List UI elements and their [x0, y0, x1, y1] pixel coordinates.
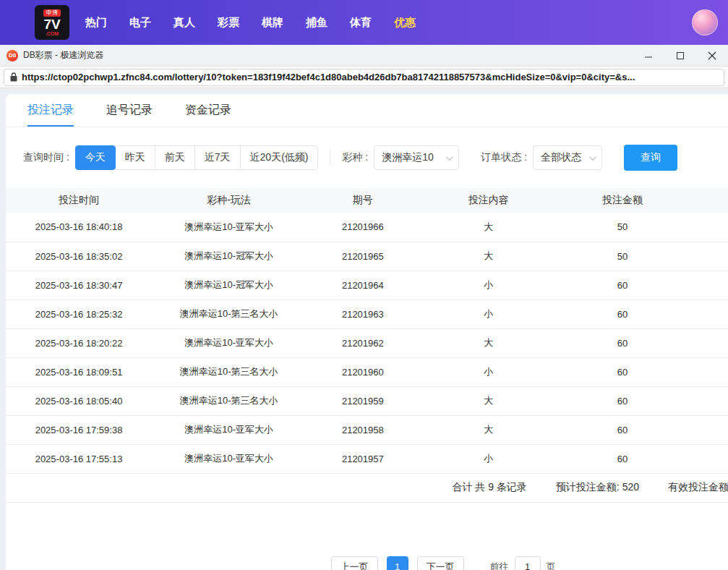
close-icon[interactable] [696, 45, 728, 66]
summary-valid-amount: 有效投注金额 [668, 481, 728, 494]
cell-content: 大 [419, 242, 557, 271]
page-background: 投注记录 追号记录 资金记录 查询时间 : 今天昨天前天近7天近20天(低频) … [0, 88, 728, 570]
lottery-select-value: 澳洲幸运10 [382, 151, 434, 164]
nav-item-4[interactable]: 棋牌 [262, 16, 283, 30]
status-select-value: 全部状态 [541, 151, 581, 164]
cell-status: 已中奖 [688, 415, 728, 444]
cell-game: 澳洲幸运10-亚军大小 [152, 328, 306, 357]
column-header-1: 彩种-玩法 [152, 188, 306, 213]
table-row: 2025-03-16 18:25:32澳洲幸运10-第三名大小21201963小… [6, 299, 728, 328]
time-filter-button-0[interactable]: 今天 [75, 145, 116, 170]
logo-suffix: .COM [46, 31, 59, 36]
cell-status: 已中奖 [688, 242, 728, 271]
time-filter-button-2[interactable]: 前天 [155, 145, 195, 170]
cell-status: 未中奖 [688, 444, 728, 473]
site-logo[interactable]: 申博 7V .COM [35, 5, 69, 40]
table-row: 2025-03-16 18:09:51澳洲幸运10-第三名大小21201960小… [6, 357, 728, 386]
goto-label: 前往 [490, 561, 509, 570]
window-controls [633, 45, 728, 66]
cell-time: 2025-03-16 17:55:13 [6, 444, 152, 473]
goto-page-input[interactable] [515, 556, 541, 570]
time-filter-group: 今天昨天前天近7天近20天(低频) [75, 145, 319, 170]
cell-issue: 21201960 [306, 357, 419, 386]
table-row: 2025-03-16 18:20:22澳洲幸运10-亚军大小21201962大6… [6, 328, 728, 357]
tab-fund-records[interactable]: 资金记录 [185, 94, 231, 127]
status-filter-label: 订单状态 : [481, 151, 527, 164]
chevron-down-icon [446, 153, 453, 161]
pagination: 上一页 1 下一页 前往 页 [46, 556, 728, 570]
goto-page-group: 前往 页 [490, 556, 556, 570]
cell-issue: 21201962 [306, 328, 419, 357]
column-header-5: 状态 [688, 188, 728, 213]
cell-status: 已中奖 [688, 271, 728, 299]
cell-time: 2025-03-16 18:09:51 [6, 357, 152, 386]
cell-issue: 21201957 [306, 444, 419, 473]
nav-item-0[interactable]: 热门 [85, 16, 107, 30]
cell-game: 澳洲幸运10-第三名大小 [152, 386, 306, 415]
goto-page-suffix: 页 [547, 561, 556, 570]
time-filter-button-4[interactable]: 近20天(低频) [240, 145, 319, 170]
user-avatar[interactable] [692, 9, 718, 35]
nav-item-2[interactable]: 真人 [174, 16, 195, 30]
maximize-icon[interactable] [664, 45, 696, 66]
time-filter-button-1[interactable]: 昨天 [115, 145, 155, 170]
filter-divider [330, 150, 330, 166]
cell-amount: 60 [557, 357, 688, 386]
summary-expected-amount: 预计投注金额: 520 [556, 481, 639, 494]
cell-time: 2025-03-16 18:40:18 [6, 213, 152, 242]
search-button[interactable]: 查询 [624, 145, 677, 171]
tab-chase-records[interactable]: 追号记录 [106, 94, 153, 127]
cell-status: 未中奖 [688, 357, 728, 386]
cell-amount: 60 [557, 415, 688, 444]
cell-amount: 50 [557, 213, 688, 242]
cell-time: 2025-03-16 17:59:38 [6, 415, 152, 444]
nav-item-1[interactable]: 电子 [129, 16, 151, 30]
window-title: DB彩票 - 极速浏览器 [23, 49, 103, 61]
url-field[interactable]: https://ctop02pchwp1.zfnc84.com/lottery/… [4, 69, 724, 86]
cell-game: 澳洲幸运10-冠军大小 [152, 242, 306, 271]
nav-item-3[interactable]: 彩票 [218, 16, 239, 30]
table-row: 2025-03-16 18:35:02澳洲幸运10-冠军大小21201965大5… [6, 242, 728, 271]
cell-game: 澳洲幸运10-亚军大小 [152, 213, 306, 242]
order-status-select[interactable]: 全部状态 [533, 145, 602, 170]
cell-status: 未中奖 [688, 328, 728, 357]
cell-amount: 60 [557, 299, 688, 328]
cell-issue: 21201965 [306, 242, 419, 271]
cell-status: 已中奖 [688, 386, 728, 415]
browser-address-bar: https://ctop02pchwp1.zfnc84.com/lottery/… [0, 67, 728, 88]
cell-content: 大 [419, 213, 557, 242]
nav-item-5[interactable]: 捕鱼 [306, 16, 327, 30]
cell-issue: 21201958 [306, 415, 419, 444]
table-row: 2025-03-16 18:05:40澳洲幸运10-第三名大小21201959大… [6, 386, 728, 415]
current-page-button[interactable]: 1 [387, 556, 408, 570]
logo-badge: 申博 [43, 9, 61, 17]
prev-page-button[interactable]: 上一页 [331, 556, 378, 570]
cell-content: 大 [419, 328, 557, 357]
cell-content: 小 [419, 357, 557, 386]
cell-status: 已中奖 [688, 213, 728, 242]
logo-text: 7V [43, 17, 60, 31]
browser-title-bar: D8 DB彩票 - 极速浏览器 [0, 45, 728, 67]
cell-issue: 21201963 [306, 299, 419, 328]
site-nav-bar: 申博 7V .COM 热门电子真人彩票棋牌捕鱼体育优惠 [0, 0, 728, 45]
time-filter-label: 查询时间 : [23, 151, 69, 164]
summary-total: 合计 共 9 条记录 [452, 481, 526, 494]
cell-game: 澳洲幸运10-第三名大小 [152, 357, 306, 386]
cell-content: 大 [419, 415, 557, 444]
cell-time: 2025-03-16 18:35:02 [6, 242, 152, 271]
time-filter-button-3[interactable]: 近7天 [194, 145, 241, 170]
record-tabs: 投注记录 追号记录 资金记录 [6, 94, 728, 127]
cell-content: 小 [419, 271, 557, 299]
cell-game: 澳洲幸运10-亚军大小 [152, 415, 306, 444]
url-text: https://ctop02pchwp1.zfnc84.com/lottery/… [22, 72, 635, 82]
lottery-select[interactable]: 澳洲幸运10 [374, 145, 459, 170]
cell-issue: 21201964 [306, 271, 419, 299]
cell-amount: 60 [557, 328, 688, 357]
bet-table-body: 2025-03-16 18:40:18澳洲幸运10-亚军大小21201966大5… [6, 213, 728, 473]
nav-item-7[interactable]: 优惠 [394, 16, 416, 30]
cell-game: 澳洲幸运10-亚军大小 [152, 444, 306, 473]
nav-item-6[interactable]: 体育 [350, 16, 372, 30]
next-page-button[interactable]: 下一页 [417, 556, 464, 570]
minimize-icon[interactable] [633, 45, 664, 66]
tab-bet-records[interactable]: 投注记录 [27, 94, 74, 127]
